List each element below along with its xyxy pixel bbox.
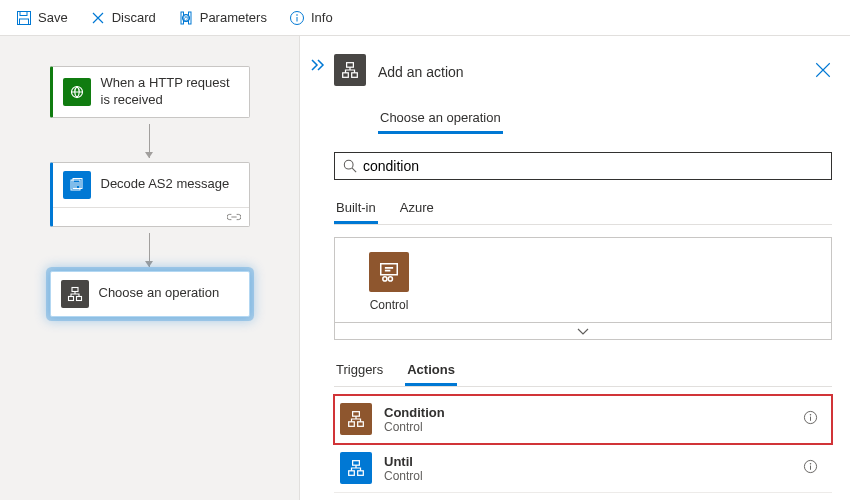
expand-connectors[interactable]	[334, 323, 832, 340]
control-icon	[378, 261, 400, 283]
http-icon	[69, 84, 85, 100]
svg-rect-16	[347, 63, 354, 68]
svg-rect-30	[358, 471, 364, 476]
action-subtitle: Control	[384, 469, 791, 483]
svg-point-22	[388, 277, 392, 281]
svg-text:@: @	[182, 15, 189, 22]
parameters-button[interactable]: @ Parameters	[168, 6, 277, 30]
operation-icon	[67, 286, 83, 302]
tab-builtin[interactable]: Built-in	[334, 194, 378, 224]
svg-rect-24	[349, 422, 355, 427]
svg-point-21	[383, 277, 387, 281]
connector-arrow	[149, 124, 150, 158]
svg-rect-20	[381, 264, 398, 275]
tab-actions[interactable]: Actions	[405, 356, 457, 386]
svg-point-19	[344, 160, 353, 169]
search-box[interactable]	[334, 152, 832, 180]
svg-point-27	[810, 414, 812, 416]
action-item[interactable]: UntilControl	[334, 444, 832, 493]
search-icon	[343, 159, 357, 173]
svg-rect-14	[68, 296, 73, 300]
action-icon	[340, 403, 372, 435]
trigger-node[interactable]: When a HTTP request is received	[50, 66, 250, 118]
discard-button[interactable]: Discard	[80, 6, 166, 30]
close-icon[interactable]	[814, 61, 832, 79]
link-icon	[227, 212, 241, 222]
action-title: Until	[384, 454, 791, 469]
discard-label: Discard	[112, 10, 156, 25]
action-info-button[interactable]	[803, 410, 818, 428]
info-icon	[289, 10, 305, 26]
panel-title: Add an action	[378, 64, 464, 80]
save-label: Save	[38, 10, 68, 25]
as2-icon	[69, 177, 85, 193]
svg-rect-23	[353, 412, 360, 417]
svg-rect-1	[20, 11, 27, 15]
action-info-button[interactable]	[803, 459, 818, 477]
svg-rect-18	[352, 73, 358, 78]
action-panel: Add an action Choose an operation Built-…	[300, 36, 850, 500]
designer-canvas: When a HTTP request is received Decode A…	[0, 36, 300, 500]
trigger-title: When a HTTP request is received	[101, 75, 239, 109]
discard-icon	[90, 10, 106, 26]
parameters-label: Parameters	[200, 10, 267, 25]
svg-rect-2	[20, 19, 29, 25]
parameters-icon: @	[178, 10, 194, 26]
toolbar: Save Discard @ Parameters Info	[0, 0, 850, 36]
save-icon	[16, 10, 32, 26]
svg-rect-25	[358, 422, 364, 427]
decode-title: Decode AS2 message	[101, 176, 230, 193]
svg-rect-13	[72, 287, 78, 291]
connector-label: Control	[370, 298, 409, 312]
panel-icon	[334, 54, 366, 86]
action-item[interactable]: ConditionControl	[334, 395, 832, 444]
svg-point-9	[296, 14, 298, 16]
tab-triggers[interactable]: Triggers	[334, 356, 385, 386]
action-title: Condition	[384, 405, 791, 420]
svg-rect-28	[353, 461, 360, 466]
tab-azure[interactable]: Azure	[398, 194, 436, 224]
choose-operation-node[interactable]: Choose an operation	[50, 271, 250, 317]
tab-choose-operation[interactable]: Choose an operation	[378, 104, 503, 134]
connector-arrow	[149, 233, 150, 267]
svg-rect-15	[76, 296, 81, 300]
connector-row: Control	[334, 237, 832, 323]
action-subtitle: Control	[384, 420, 791, 434]
svg-rect-17	[343, 73, 349, 78]
search-input[interactable]	[363, 158, 823, 174]
svg-point-32	[810, 463, 812, 465]
action-results: ConditionControlUntilControl	[334, 395, 832, 493]
action-icon	[340, 452, 372, 484]
choose-title: Choose an operation	[99, 285, 220, 302]
chevron-down-icon	[576, 325, 590, 337]
info-button[interactable]: Info	[279, 6, 343, 30]
save-button[interactable]: Save	[6, 6, 78, 30]
info-label: Info	[311, 10, 333, 25]
connector-control[interactable]: Control	[349, 252, 429, 312]
svg-rect-29	[349, 471, 355, 476]
decode-node[interactable]: Decode AS2 message	[50, 162, 250, 227]
collapse-icon[interactable]	[310, 58, 328, 72]
